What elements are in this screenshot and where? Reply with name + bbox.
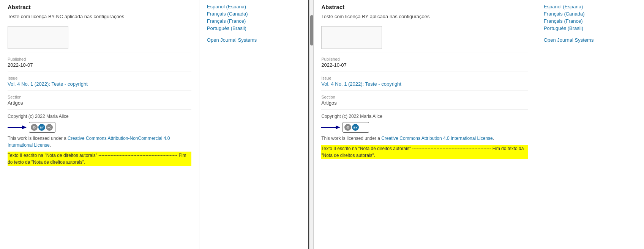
center-scrollbar[interactable]: [309, 0, 314, 249]
right-issue-link[interactable]: Vol. 4 No. 1 (2022): Teste - copyright: [321, 81, 401, 87]
left-published-value: 2022-10-07: [8, 62, 191, 68]
left-thumbnail: [8, 26, 68, 49]
right-license-text: This work is licensed under a Creative C…: [321, 135, 528, 142]
right-arrow-indicator: [321, 124, 340, 131]
left-lang-link-4[interactable]: Português (Brasil): [207, 25, 246, 31]
left-copyright-text: Copyright (c) 2022 Maria Alice: [8, 114, 191, 119]
right-lang-link-4[interactable]: Português (Brasil): [544, 25, 583, 31]
right-issue-block: Issue Vol. 4 No. 1 (2022): Teste - copyr…: [321, 72, 528, 91]
left-abstract-text: Teste com licença BY-NC aplicada nas con…: [8, 13, 191, 20]
right-published-block: Published 2022-10-07: [321, 53, 528, 72]
right-license-link[interactable]: Creative Commons Attribution 4.0 Interna…: [381, 136, 493, 141]
right-issue-label: Issue: [321, 76, 528, 80]
left-copyright-note: Texto II escrito na "Nota de direitos au…: [8, 152, 191, 166]
right-main-content: Abstract Teste com licença BY aplicada n…: [314, 0, 536, 249]
right-abstract-title: Abstract: [321, 4, 528, 10]
right-lang-item-4[interactable]: Português (Brasil): [544, 25, 636, 31]
right-section-block: Section Artigos: [321, 91, 528, 110]
left-section-label: Section: [8, 95, 191, 99]
right-license-end: .: [493, 136, 494, 141]
left-cc-badge: © BY NC: [29, 122, 55, 133]
left-abstract-title: Abstract: [8, 4, 191, 10]
right-thumbnail: [321, 26, 382, 49]
left-cc-circle: ©: [31, 124, 38, 131]
svg-marker-3: [336, 125, 340, 129]
right-copyright-block: Copyright (c) 2022 Maria Alice © BY: [321, 110, 528, 163]
left-lang-item-2[interactable]: Français (Canada): [207, 11, 301, 17]
svg-marker-1: [22, 125, 27, 129]
left-license-end: .: [50, 143, 51, 148]
right-lang-item-1[interactable]: Español (España): [544, 4, 636, 9]
left-lang-link-3[interactable]: Français (France): [207, 18, 246, 24]
left-open-journal-link[interactable]: Open Journal Systems: [207, 37, 301, 43]
right-section-label: Section: [321, 95, 528, 99]
left-copyright-block: Copyright (c) 2022 Maria Alice © BY NC: [8, 110, 191, 170]
left-issue-link[interactable]: Vol. 4 No. 1 (2022): Teste - copyright: [8, 81, 88, 87]
right-open-journal-link[interactable]: Open Journal Systems: [544, 37, 636, 43]
left-lang-link-2[interactable]: Français (Canada): [207, 11, 248, 17]
left-arrow-icon: [8, 124, 27, 131]
right-language-list: Español (España) Français (Canada) Franç…: [544, 4, 636, 31]
left-cc-by-circle: BY: [38, 124, 45, 131]
left-issue-block: Issue Vol. 4 No. 1 (2022): Teste - copyr…: [8, 72, 191, 91]
right-sidebar: Español (España) Français (Canada) Franç…: [536, 0, 644, 249]
right-section-value: Artigos: [321, 100, 528, 106]
left-published-block: Published 2022-10-07: [8, 53, 191, 72]
right-license-intro: This work is licensed under a: [321, 136, 381, 141]
right-published-label: Published: [321, 57, 528, 61]
left-sidebar: Español (España) Français (Canada) Franç…: [199, 0, 308, 249]
right-copyright-note: Texto II escrito na "Nota de direitos au…: [321, 145, 528, 159]
left-main-content: Abstract Teste com licença BY-NC aplicad…: [0, 0, 199, 249]
center-scrollbar-thumb: [310, 15, 313, 45]
left-license-intro: This work is licensed under a: [8, 136, 68, 141]
right-arrow-icon: [321, 124, 340, 131]
right-cc-badge-container: © BY: [321, 122, 528, 133]
right-lang-item-2[interactable]: Français (Canada): [544, 11, 636, 17]
right-lang-link-2[interactable]: Français (Canada): [544, 11, 585, 17]
left-cc-nc-circle: NC: [46, 124, 53, 131]
right-cc-circle: ©: [344, 124, 351, 131]
left-lang-item-3[interactable]: Français (France): [207, 18, 301, 24]
right-lang-link-3[interactable]: Français (France): [544, 18, 583, 24]
left-section-block: Section Artigos: [8, 91, 191, 110]
left-arrow-indicator: [8, 124, 27, 131]
right-published-value: 2022-10-07: [321, 62, 528, 68]
right-copyright-text: Copyright (c) 2022 Maria Alice: [321, 114, 528, 119]
right-cc-badge: © BY: [343, 122, 369, 133]
left-license-text: This work is licensed under a Creative C…: [8, 135, 191, 149]
left-lang-link-1[interactable]: Español (España): [207, 4, 246, 9]
left-published-label: Published: [8, 57, 191, 61]
right-cc-by-circle: BY: [352, 124, 359, 131]
right-lang-link-1[interactable]: Español (España): [544, 4, 583, 9]
left-lang-item-4[interactable]: Português (Brasil): [207, 25, 301, 31]
right-abstract-text: Teste com licença BY aplicada nas config…: [321, 13, 528, 20]
right-lang-item-3[interactable]: Français (France): [544, 18, 636, 24]
left-lang-item-1[interactable]: Español (España): [207, 4, 301, 9]
left-cc-badge-container: © BY NC: [8, 122, 191, 133]
left-language-list: Español (España) Français (Canada) Franç…: [207, 4, 301, 31]
left-issue-label: Issue: [8, 76, 191, 80]
left-section-value: Artigos: [8, 100, 191, 106]
